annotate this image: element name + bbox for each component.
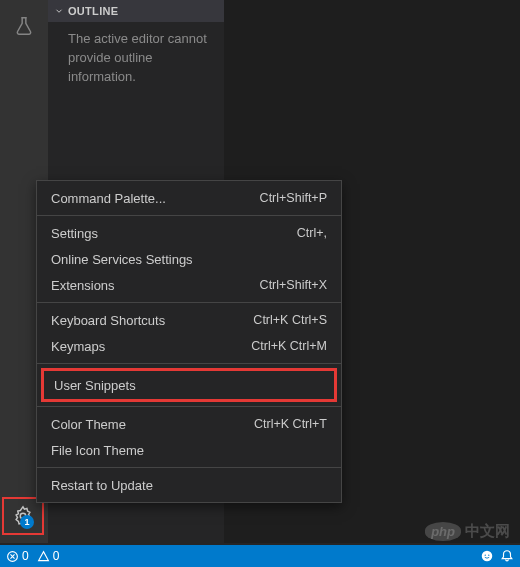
menu-item-settings[interactable]: SettingsCtrl+, [37, 220, 341, 246]
watermark-text: 中文网 [465, 522, 510, 541]
status-warnings[interactable]: 0 [37, 549, 60, 563]
chevron-down-icon [54, 6, 64, 16]
outline-empty-message: The active editor cannot provide outline… [48, 22, 224, 95]
svg-point-3 [485, 554, 486, 555]
outline-section-header[interactable]: OUTLINE [48, 0, 224, 22]
status-right [480, 549, 514, 563]
menu-item-shortcut: Ctrl+Shift+X [260, 278, 327, 292]
status-warnings-count: 0 [53, 549, 60, 563]
status-errors-count: 0 [22, 549, 29, 563]
menu-separator [37, 302, 341, 303]
error-icon [6, 550, 19, 563]
status-bar: 0 0 [0, 545, 520, 567]
svg-point-4 [488, 554, 489, 555]
menu-item-user-snippets[interactable]: User Snippets [41, 368, 337, 402]
warning-icon [37, 550, 50, 563]
watermark: php 中文网 [425, 522, 510, 541]
menu-item-command-palette[interactable]: Command Palette...Ctrl+Shift+P [37, 185, 341, 211]
menu-item-shortcut: Ctrl+Shift+P [260, 191, 327, 205]
menu-item-label: Extensions [51, 278, 115, 293]
manage-context-menu: Command Palette...Ctrl+Shift+PSettingsCt… [36, 180, 342, 503]
menu-item-label: Settings [51, 226, 98, 241]
menu-item-label: Online Services Settings [51, 252, 193, 267]
menu-item-label: Restart to Update [51, 478, 153, 493]
menu-item-shortcut: Ctrl+K Ctrl+T [254, 417, 327, 431]
menu-separator [37, 215, 341, 216]
menu-item-color-theme[interactable]: Color ThemeCtrl+K Ctrl+T [37, 411, 341, 437]
menu-item-label: Keymaps [51, 339, 105, 354]
menu-item-shortcut: Ctrl+, [297, 226, 327, 240]
menu-item-file-icon-theme[interactable]: File Icon Theme [37, 437, 341, 463]
beaker-icon[interactable] [0, 6, 48, 46]
menu-item-extensions[interactable]: ExtensionsCtrl+Shift+X [37, 272, 341, 298]
menu-item-label: User Snippets [54, 378, 136, 393]
menu-item-label: Color Theme [51, 417, 126, 432]
menu-separator [37, 467, 341, 468]
outline-title: OUTLINE [68, 5, 118, 17]
menu-item-restart-to-update[interactable]: Restart to Update [37, 472, 341, 498]
bell-icon[interactable] [500, 549, 514, 563]
menu-separator [37, 363, 341, 364]
menu-item-label: Keyboard Shortcuts [51, 313, 165, 328]
status-errors[interactable]: 0 [6, 549, 29, 563]
feedback-icon[interactable] [480, 549, 494, 563]
menu-item-keyboard-shortcuts[interactable]: Keyboard ShortcutsCtrl+K Ctrl+S [37, 307, 341, 333]
menu-separator [37, 406, 341, 407]
svg-point-2 [482, 551, 493, 562]
gear-badge: 1 [20, 515, 34, 529]
menu-item-label: Command Palette... [51, 191, 166, 206]
menu-item-shortcut: Ctrl+K Ctrl+M [251, 339, 327, 353]
menu-item-online-services-settings[interactable]: Online Services Settings [37, 246, 341, 272]
menu-item-shortcut: Ctrl+K Ctrl+S [253, 313, 327, 327]
menu-item-label: File Icon Theme [51, 443, 144, 458]
watermark-logo: php [425, 522, 461, 541]
menu-item-keymaps[interactable]: KeymapsCtrl+K Ctrl+M [37, 333, 341, 359]
